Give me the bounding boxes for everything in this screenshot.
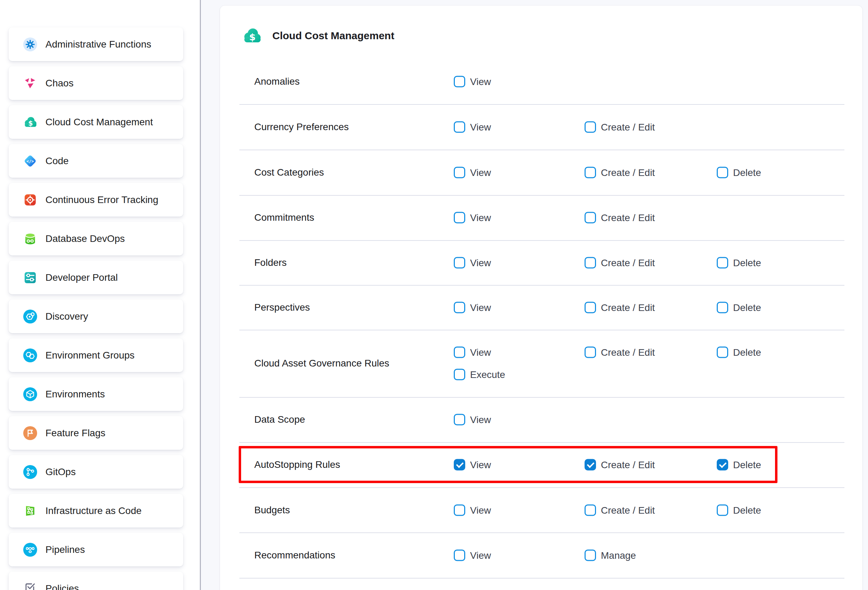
execute-permission[interactable]: Execute bbox=[454, 369, 505, 380]
create-edit-checkbox[interactable] bbox=[585, 459, 596, 470]
execute-checkbox[interactable] bbox=[454, 369, 465, 380]
view-checkbox[interactable] bbox=[454, 505, 465, 516]
view-permission[interactable]: View bbox=[454, 550, 491, 561]
create-edit-permission[interactable]: Create / Edit bbox=[585, 505, 655, 516]
create-edit-checkbox[interactable] bbox=[585, 302, 596, 313]
view-permission[interactable]: View bbox=[454, 76, 491, 87]
sidebar-item-cloud-cost-management[interactable]: $Cloud Cost Management bbox=[9, 105, 183, 139]
checkbox-label: Create / Edit bbox=[601, 302, 655, 313]
card-header: $ Cloud Cost Management bbox=[241, 26, 394, 46]
view-permission[interactable]: View bbox=[454, 459, 491, 470]
checkbox-label: View bbox=[470, 167, 491, 178]
sidebar-item-continuous-error-tracking[interactable]: Continuous Error Tracking bbox=[9, 183, 183, 217]
sidebar-item-label: Infrastructure as Code bbox=[46, 505, 142, 516]
checkbox-label: View bbox=[470, 302, 491, 313]
checkbox-label: View bbox=[470, 212, 491, 223]
create-edit-checkbox[interactable] bbox=[585, 212, 596, 223]
create-edit-permission[interactable]: Create / Edit bbox=[585, 121, 655, 133]
permission-row-label: Data Scope bbox=[254, 414, 305, 425]
view-permission[interactable]: View bbox=[454, 302, 491, 313]
view-checkbox[interactable] bbox=[454, 302, 465, 313]
delete-checkbox[interactable] bbox=[717, 167, 728, 178]
checkbox-label: Delete bbox=[733, 257, 761, 268]
svg-text:$: $ bbox=[249, 32, 256, 42]
create-edit-checkbox[interactable] bbox=[585, 257, 596, 269]
create-edit-permission[interactable]: Create / Edit bbox=[585, 257, 655, 269]
create-edit-permission[interactable]: Create / Edit bbox=[585, 212, 655, 223]
delete-checkbox[interactable] bbox=[717, 257, 728, 269]
delete-checkbox[interactable] bbox=[717, 505, 728, 516]
view-permission[interactable]: View bbox=[454, 505, 491, 516]
pipelines-icon bbox=[23, 543, 37, 557]
database-icon bbox=[23, 232, 37, 246]
permission-row-label: Perspectives bbox=[254, 302, 310, 313]
checkbox-label: Create / Edit bbox=[601, 212, 655, 223]
sidebar-item-code[interactable]: </>Code bbox=[9, 144, 183, 178]
svg-text:</>: </> bbox=[27, 158, 34, 163]
view-checkbox[interactable] bbox=[454, 121, 465, 133]
sidebar-item-gitops[interactable]: GitOps bbox=[9, 455, 183, 489]
sidebar-item-infrastructure-as-code[interactable]: Infrastructure as Code bbox=[9, 494, 183, 528]
sidebar-item-developer-portal[interactable]: Developer Portal bbox=[9, 261, 183, 294]
checkbox-label: Create / Edit bbox=[601, 459, 655, 470]
error-tracking-target-icon bbox=[23, 193, 37, 207]
permissions-card: $ Cloud Cost Management AnomaliesViewCur… bbox=[220, 6, 862, 590]
checkbox-label: Create / Edit bbox=[601, 121, 655, 133]
create-edit-checkbox[interactable] bbox=[585, 167, 596, 178]
sidebar-item-administrative-functions[interactable]: Administrative Functions bbox=[9, 27, 183, 61]
delete-permission[interactable]: Delete bbox=[717, 459, 761, 470]
delete-permission[interactable]: Delete bbox=[717, 257, 761, 269]
sidebar-item-pipelines[interactable]: Pipelines bbox=[9, 533, 183, 566]
delete-permission[interactable]: Delete bbox=[717, 347, 761, 358]
delete-checkbox[interactable] bbox=[717, 347, 728, 358]
manage-permission[interactable]: Manage bbox=[585, 550, 636, 561]
delete-permission[interactable]: Delete bbox=[717, 302, 761, 313]
view-permission[interactable]: View bbox=[454, 257, 491, 269]
discovery-icon bbox=[23, 310, 37, 324]
sidebar-item-label: Chaos bbox=[46, 78, 74, 89]
checkbox-label: View bbox=[470, 121, 491, 133]
view-permission[interactable]: View bbox=[454, 414, 491, 426]
row-divider bbox=[239, 149, 844, 150]
checkbox-label: Delete bbox=[733, 302, 761, 313]
gear-icon bbox=[23, 37, 37, 51]
view-permission[interactable]: View bbox=[454, 167, 491, 178]
delete-checkbox[interactable] bbox=[717, 302, 728, 313]
sidebar-item-policies[interactable]: Policies bbox=[9, 572, 183, 590]
checkbox-label: View bbox=[470, 76, 491, 87]
create-edit-permission[interactable]: Create / Edit bbox=[585, 302, 655, 313]
view-permission[interactable]: View bbox=[454, 212, 491, 223]
delete-permission[interactable]: Delete bbox=[717, 167, 761, 178]
view-checkbox[interactable] bbox=[454, 459, 465, 470]
checkbox-label: Delete bbox=[733, 505, 761, 516]
create-edit-checkbox[interactable] bbox=[585, 121, 596, 133]
sidebar-item-database-devops[interactable]: Database DevOps bbox=[9, 222, 183, 256]
row-divider bbox=[239, 442, 844, 443]
create-edit-permission[interactable]: Create / Edit bbox=[585, 167, 655, 178]
create-edit-checkbox[interactable] bbox=[585, 347, 596, 358]
view-permission[interactable]: View bbox=[454, 347, 491, 358]
sidebar-item-feature-flags[interactable]: Feature Flags bbox=[9, 416, 183, 450]
sidebar-item-label: Database DevOps bbox=[46, 233, 125, 244]
delete-checkbox[interactable] bbox=[717, 459, 728, 470]
sidebar-item-environments[interactable]: Environments bbox=[9, 377, 183, 411]
view-checkbox[interactable] bbox=[454, 414, 465, 426]
create-edit-permission[interactable]: Create / Edit bbox=[585, 459, 655, 470]
sidebar-item-discovery[interactable]: Discovery bbox=[9, 300, 183, 333]
sidebar-item-label: GitOps bbox=[46, 466, 75, 478]
view-checkbox[interactable] bbox=[454, 550, 465, 561]
sidebar-item-environment-groups[interactable]: Environment Groups bbox=[9, 339, 183, 372]
manage-checkbox[interactable] bbox=[585, 550, 596, 561]
delete-permission[interactable]: Delete bbox=[717, 505, 761, 516]
create-edit-checkbox[interactable] bbox=[585, 505, 596, 516]
sidebar-item-chaos[interactable]: Chaos bbox=[9, 66, 183, 100]
view-checkbox[interactable] bbox=[454, 167, 465, 178]
view-checkbox[interactable] bbox=[454, 257, 465, 269]
sidebar-item-label: Policies bbox=[46, 583, 79, 590]
sidebar-item-label: Environments bbox=[46, 389, 105, 400]
create-edit-permission[interactable]: Create / Edit bbox=[585, 347, 655, 358]
view-permission[interactable]: View bbox=[454, 121, 491, 133]
view-checkbox[interactable] bbox=[454, 347, 465, 358]
view-checkbox[interactable] bbox=[454, 76, 465, 87]
view-checkbox[interactable] bbox=[454, 212, 465, 223]
